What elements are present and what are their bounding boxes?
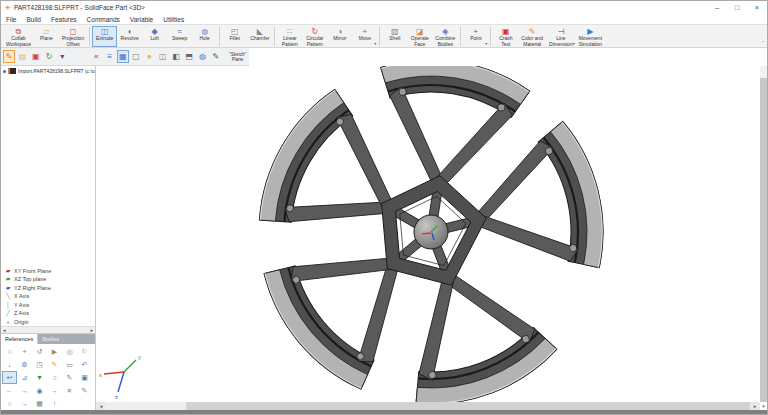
panel-tool-icon[interactable]: ⚙	[17, 358, 32, 371]
circular-pattern-button[interactable]: ↻CircularPattern	[302, 26, 327, 47]
collab-workspace-button[interactable]: ⧉CollabWorkspace	[3, 26, 34, 47]
extrude-button[interactable]: ◫Extrude	[92, 26, 117, 47]
panel-tool-icon[interactable]: →	[17, 397, 32, 410]
menu-build[interactable]: Build	[26, 16, 40, 23]
panel-tool-icon[interactable]: →	[47, 384, 62, 397]
operate-face-button[interactable]: ◪OperateFace	[407, 26, 432, 47]
dropdown-arrow-icon[interactable]: ▾	[573, 42, 575, 46]
panel-tool-icon[interactable]: ○	[47, 371, 62, 384]
print-preview-icon[interactable]: ⬒	[183, 50, 195, 63]
panel-tool-icon[interactable]: ▶	[47, 345, 62, 358]
save-icon[interactable]: ◫	[157, 50, 169, 63]
vertical-scrollbar-thumb[interactable]	[760, 78, 767, 402]
sketch-plane-button[interactable]: "Sketch"Plane	[226, 52, 249, 62]
reference-origin[interactable]: +Origin	[4, 318, 95, 327]
panel-tool-icon[interactable]: →	[17, 384, 32, 397]
panel-tool-icon[interactable]: ◉	[32, 384, 47, 397]
hole-button[interactable]: ◍Hole	[192, 26, 217, 47]
panel-tool-icon[interactable]: ▦	[32, 397, 47, 410]
collapse-left-icon[interactable]: «	[90, 50, 102, 63]
panel-tool-icon[interactable]: ↶	[77, 358, 92, 371]
scroll-right-icon[interactable]: ▸	[90, 328, 93, 333]
dropdown-arrow-icon[interactable]: ▾	[374, 42, 376, 46]
dropdown-arrow-icon[interactable]: ▾	[485, 42, 487, 46]
hidden-line-view-icon[interactable]: ▢	[130, 50, 142, 63]
shell-button[interactable]: ▧Shell	[382, 26, 407, 47]
reference-z-axis[interactable]: ╱Z Axis	[4, 309, 95, 318]
panel-tool-icon[interactable]: ↑	[47, 397, 62, 410]
library-icon[interactable]: ▣	[30, 50, 42, 63]
print-icon[interactable]: ◧	[170, 50, 182, 63]
menu-commands[interactable]: Commands	[87, 16, 120, 23]
web-publish-icon[interactable]: ◍	[196, 50, 208, 63]
scroll-left-icon[interactable]: ◂	[3, 328, 6, 333]
panel-tool-icon[interactable]: ✎	[47, 358, 62, 371]
move-button[interactable]: +Move▾	[352, 26, 377, 47]
mirror-button[interactable]: ◑Mirror	[327, 26, 352, 47]
scroll-down-icon[interactable]: ▾	[760, 402, 767, 410]
plane-button[interactable]: ▱Plane	[34, 26, 59, 47]
viewport-3d[interactable]: x y z ▾ ◂ ▸	[96, 66, 767, 410]
color-material-button[interactable]: ✎Color andMaterial	[518, 26, 546, 47]
folder-icon[interactable]: ▤	[16, 50, 28, 63]
revolve-button[interactable]: ◖Revolve	[117, 26, 142, 47]
panel-tool-icon[interactable]: ○	[2, 345, 17, 358]
projection-offset-button[interactable]: ◻ProjectionOffset	[59, 26, 87, 47]
reference-x-axis[interactable]: ╲X Axis	[4, 292, 95, 301]
panel-tool-icon[interactable]: ↩	[2, 371, 17, 384]
horizontal-scrollbar-thumb[interactable]	[106, 402, 186, 410]
reference-y-axis[interactable]: │Y Axis	[4, 301, 95, 310]
point-button[interactable]: +Point▾	[463, 26, 488, 47]
panel-tool-icon[interactable]: ↓	[2, 358, 17, 371]
panel-tool-icon[interactable]: ▼	[32, 371, 47, 384]
panel-tool-icon[interactable]: ○	[2, 397, 17, 410]
reference-xz-top-plane[interactable]: ▰XZ Top plane	[4, 275, 95, 284]
sketch-icon[interactable]: ✎	[210, 50, 222, 63]
tab-references[interactable]: References	[1, 334, 38, 344]
sweep-button[interactable]: ≈Sweep	[167, 26, 192, 47]
panel-tool-icon[interactable]: ⚐	[77, 345, 92, 358]
panel-tool-icon[interactable]: ✎	[62, 371, 77, 384]
refresh-icon[interactable]: ↻	[43, 50, 55, 63]
panel-tool-icon[interactable]: ◎	[62, 345, 77, 358]
panel-tool-icon[interactable]: ⊿	[17, 371, 32, 384]
more-dropdown-icon[interactable]: ▾	[56, 50, 68, 63]
close-button[interactable]: ×	[747, 2, 767, 14]
tree-item-import[interactable]: Import:PART428198.SLFPRT (c:\use	[1, 66, 95, 76]
render-quality-icon[interactable]: ●	[143, 50, 155, 63]
crash-test-button[interactable]: ▣CrashTest	[493, 26, 518, 47]
fillet-button[interactable]: ◰Fillet	[222, 26, 247, 47]
menu-variable[interactable]: Variable	[130, 16, 153, 23]
chamfer-button[interactable]: ◣Chamfer	[247, 26, 272, 47]
toolbar-collapse-icon[interactable]: ˆ	[762, 40, 764, 46]
menu-utilities[interactable]: Utilities	[163, 16, 184, 23]
line-dimension-button[interactable]: ⊣LineDimension▾	[546, 26, 576, 47]
menu-file[interactable]: File	[6, 16, 16, 23]
vertical-scrollbar[interactable]: ▾	[760, 66, 767, 402]
panel-scrollbar[interactable]: ◂ ▸	[1, 326, 95, 333]
reference-yz-right-plane[interactable]: ▰YZ Right Plane	[4, 284, 95, 293]
panel-tool-icon[interactable]: ▣	[77, 371, 92, 384]
panel-tool-icon[interactable]: ↺	[32, 345, 47, 358]
menu-features[interactable]: Features	[51, 16, 77, 23]
movement-simulation-button[interactable]: ▶MovementSimulation	[576, 26, 605, 47]
model-3d-wheel[interactable]	[96, 66, 762, 407]
panel-tool-icon[interactable]: ←	[2, 384, 17, 397]
panel-tool-icon[interactable]: ✕	[62, 384, 77, 397]
loft-button[interactable]: ◆Loft	[142, 26, 167, 47]
scroll-left-icon[interactable]: ◂	[96, 402, 106, 410]
panel-tool-icon[interactable]: +	[17, 345, 32, 358]
maximize-button[interactable]: □	[727, 2, 747, 14]
scroll-right-icon[interactable]: ▸	[750, 402, 760, 410]
panel-tool-icon[interactable]: ▭	[62, 358, 77, 371]
horizontal-scrollbar[interactable]: ◂ ▸	[96, 402, 760, 410]
minimize-button[interactable]: –	[707, 2, 727, 14]
sort-icon[interactable]: ≡	[103, 50, 115, 63]
sketch-edit-icon[interactable]: ✎	[3, 50, 15, 63]
linear-pattern-button[interactable]: ∷LinearPattern	[277, 26, 302, 47]
tab-bodies[interactable]: Bodies	[38, 334, 95, 344]
reference-xy-front-plane[interactable]: ▰XY Front Plane	[4, 267, 95, 276]
panel-tool-icon[interactable]: ✎	[77, 384, 92, 397]
panel-tool-icon[interactable]: ◳	[32, 358, 47, 371]
combine-bodies-button[interactable]: ◈CombineBodies	[432, 26, 458, 47]
